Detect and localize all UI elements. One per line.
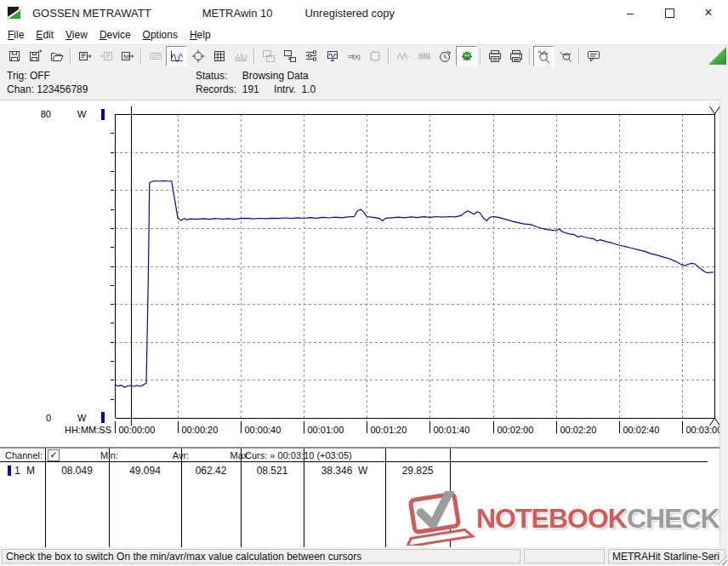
status-bar: Check the box to switch On the min/avr/m… (0, 547, 728, 566)
right-scroll-strip[interactable] (719, 100, 728, 547)
toolbar-separator (578, 48, 580, 65)
menu-item-device[interactable]: Device (94, 27, 137, 43)
info-strip: Trig: OFF Chan: 123456789 Status: Browsi… (0, 67, 728, 100)
data-table-button[interactable] (208, 46, 230, 66)
toolbar-separator (388, 48, 390, 65)
cursor2-unit: W (358, 465, 367, 477)
interval-timer-icon (439, 49, 452, 63)
send-device-button[interactable] (95, 46, 117, 66)
trigger-status: Trig: OFF (7, 70, 50, 82)
channel-axis-marker-top (101, 109, 105, 120)
open-file-button[interactable] (46, 46, 67, 66)
series-line (115, 181, 714, 388)
column-divider (385, 449, 386, 547)
curve-chart-icon (170, 49, 184, 63)
svg-text:M: M (123, 53, 129, 60)
records-label: Records: (196, 83, 236, 95)
zoom-free-button[interactable] (555, 46, 576, 66)
export-data-icon (283, 49, 297, 63)
formula-button[interactable]: =f(x) (343, 46, 364, 66)
read-memory-button[interactable]: M (117, 46, 138, 66)
minimize-icon: – (627, 6, 634, 20)
channel-mode: M (26, 465, 35, 477)
menu-item-file[interactable]: File (2, 27, 30, 43)
open-file-icon (50, 49, 64, 63)
chart-plot[interactable]: 00:00:0000:00:2000:00:4000:01:0000:01:20… (0, 100, 719, 448)
menu-item-edit[interactable]: Edit (30, 27, 60, 43)
title-license: Unregistered copy (304, 7, 395, 20)
save-button[interactable] (3, 46, 25, 66)
maximize-button[interactable] (650, 0, 689, 26)
cursor-delta-value: 29.825 (385, 465, 450, 477)
wave-dense-icon (418, 49, 431, 63)
print-button[interactable] (505, 46, 526, 66)
minimize-button[interactable]: – (611, 0, 650, 26)
window-transfer-button[interactable] (258, 46, 279, 66)
zoom-time-button[interactable] (533, 46, 555, 66)
column-divider (45, 449, 46, 547)
title-bar: GOSSEN METRAWATT METRAwin 10 Unregistere… (0, 0, 728, 26)
toolbar-separator (480, 48, 481, 65)
crosshair-cursors-icon (191, 49, 205, 63)
multimeter-display-button[interactable]: 1257 (145, 46, 166, 66)
channel-number: 1 (14, 465, 20, 477)
annotation-button[interactable] (583, 46, 604, 66)
app-logo-icon (7, 5, 22, 20)
x-tick-label: 00:00:40 (245, 425, 282, 435)
checkmark-icon: ✓ (49, 449, 57, 460)
cursor1-value: 08.521 (241, 465, 304, 477)
interval-label: Intrv. (274, 83, 296, 95)
stats-panel: Channel: ✓ Min: Avr: Max: Curs: » 00:03:… (0, 447, 719, 547)
status-message: Check the box to switch On the min/avr/m… (2, 549, 520, 563)
curve-chart-button[interactable] (166, 46, 187, 66)
menu-item-help[interactable]: Help (184, 27, 217, 43)
x-tick-label: 00:03:00 (686, 425, 720, 435)
window-transfer-icon (262, 49, 276, 63)
menu-item-options[interactable]: Options (137, 27, 184, 43)
monitor-view-icon (326, 49, 339, 63)
column-divider (450, 449, 451, 547)
max-value: 062.42 (181, 465, 241, 477)
toolbar-separator (529, 48, 531, 65)
x-tick-label: 00:02:00 (498, 425, 534, 435)
close-button[interactable]: × (689, 0, 728, 26)
svg-text:1257: 1257 (151, 54, 161, 59)
wave-dense-button[interactable] (413, 46, 435, 66)
menu-item-view[interactable]: View (60, 27, 94, 43)
status-label: Status: (196, 70, 227, 82)
window-controls: – × (611, 0, 728, 26)
device-config-button[interactable] (364, 46, 385, 66)
cursor2-value: 38.346 W (304, 465, 385, 477)
print-icon (509, 49, 523, 63)
stats-header-divider (0, 461, 708, 462)
avr-value: 49.094 (109, 465, 181, 477)
live-measure-icon (460, 49, 474, 63)
min-value: 08.049 (45, 465, 109, 477)
annotation-icon (587, 49, 600, 63)
toolbar: M1257=f(x) (0, 44, 728, 67)
column-divider (241, 449, 242, 547)
y-max-label: 80 (41, 109, 51, 119)
maximize-icon (665, 9, 674, 18)
print-preview-button[interactable] (484, 46, 505, 66)
data-table-icon (213, 49, 226, 63)
live-measure-button[interactable] (456, 46, 477, 66)
send-device-icon (100, 49, 113, 63)
toolbar-separator (253, 48, 255, 65)
x-tick-label: 00:01:40 (434, 425, 470, 435)
interval-timer-button[interactable] (435, 46, 456, 66)
histogram-button[interactable] (230, 46, 251, 66)
wave-envelope-button[interactable] (392, 46, 413, 66)
channel-setup-button[interactable] (300, 46, 321, 66)
zoom-time-icon (537, 49, 551, 63)
read-device-button[interactable] (74, 46, 95, 66)
crosshair-cursors-button[interactable] (187, 46, 208, 66)
print-preview-icon (488, 49, 502, 63)
device-config-icon (368, 49, 382, 63)
minmax-checkbox[interactable]: ✓ (48, 449, 60, 461)
monitor-view-button[interactable] (321, 46, 343, 66)
channel-axis-marker-bottom (101, 412, 105, 423)
toolbar-separator (70, 48, 71, 65)
export-data-button[interactable] (279, 46, 300, 66)
save-selection-button[interactable] (25, 46, 46, 66)
